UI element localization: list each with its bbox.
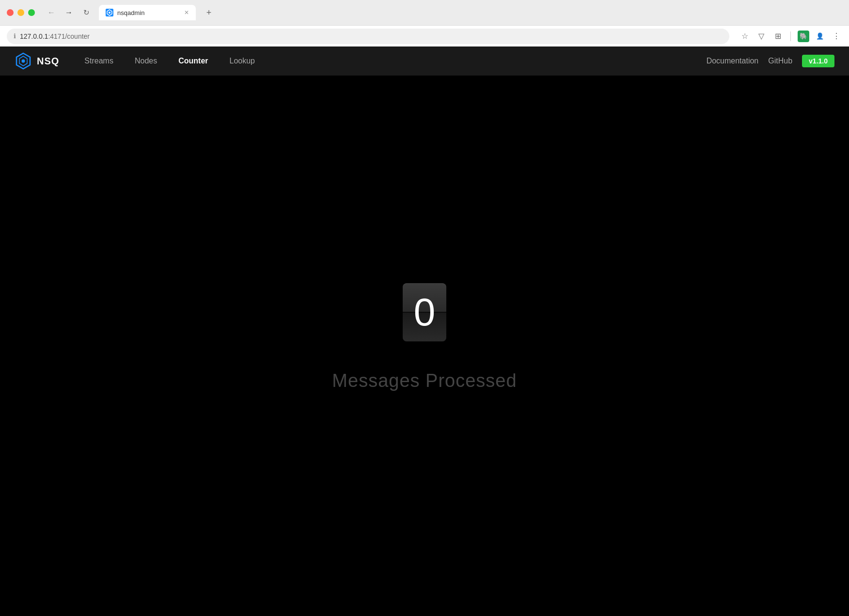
tab-close-button[interactable]: ✕	[184, 9, 189, 16]
extension-icon-2[interactable]: ⊞	[772, 31, 784, 42]
close-dot[interactable]	[7, 9, 14, 16]
address-bar[interactable]: ℹ 127.0.0.1:4171/counter	[7, 29, 729, 44]
browser-actions: ☆ ▽ ⊞ 🐘 👤 ⋮	[739, 31, 842, 42]
refresh-button[interactable]: ↻	[79, 6, 93, 19]
tab-title: nsqadmin	[117, 9, 144, 16]
nav-item-streams[interactable]: Streams	[74, 53, 124, 69]
user-extension-icon[interactable]: 👤	[814, 31, 826, 42]
tab-favicon	[106, 9, 113, 16]
browser-nav: ← → ↻	[45, 6, 93, 19]
nav-link-github[interactable]: GitHub	[768, 57, 792, 65]
svg-point-3	[22, 60, 25, 63]
nav-items: Streams Nodes Counter Lookup	[74, 53, 706, 69]
address-path: :4171/counter	[48, 32, 90, 40]
messages-processed-label: Messages Processed	[332, 370, 517, 391]
counter-display: 0	[402, 283, 447, 341]
address-text: 127.0.0.1:4171/counter	[20, 32, 90, 40]
nav-item-counter[interactable]: Counter	[168, 53, 219, 69]
minimize-dot[interactable]	[17, 9, 24, 16]
nav-link-documentation[interactable]: Documentation	[707, 57, 759, 65]
browser-dots	[7, 9, 35, 16]
forward-button[interactable]: →	[62, 6, 76, 19]
nsq-logo-icon	[15, 52, 32, 70]
browser-chrome: ← → ↻ nsqadmin ✕ + ℹ 127.0.0.1:4171/coun…	[0, 0, 849, 46]
app-navbar: NSQ Streams Nodes Counter Lookup Documen…	[0, 46, 849, 76]
flip-digit-0: 0	[403, 283, 446, 341]
menu-icon[interactable]: ⋮	[831, 31, 842, 42]
info-icon: ℹ	[14, 32, 16, 40]
nav-item-lookup[interactable]: Lookup	[219, 53, 266, 69]
bookmark-icon[interactable]: ☆	[739, 31, 751, 42]
new-tab-button[interactable]: +	[202, 5, 216, 20]
back-button[interactable]: ←	[45, 6, 58, 19]
app-logo-text: NSQ	[37, 56, 59, 67]
extension-icon-1[interactable]: ▽	[755, 31, 767, 42]
browser-titlebar: ← → ↻ nsqadmin ✕ +	[0, 0, 849, 25]
nav-item-nodes[interactable]: Nodes	[124, 53, 168, 69]
main-content: 0 Messages Processed	[0, 76, 849, 599]
nav-right: Documentation GitHub v1.1.0	[707, 55, 834, 67]
app-logo[interactable]: NSQ	[15, 52, 59, 70]
address-bar-row: ℹ 127.0.0.1:4171/counter ☆ ▽ ⊞ 🐘 👤 ⋮	[0, 25, 849, 46]
maximize-dot[interactable]	[28, 9, 35, 16]
toolbar-divider	[790, 31, 791, 41]
evernote-extension-icon[interactable]: 🐘	[798, 31, 809, 42]
browser-tab[interactable]: nsqadmin ✕	[99, 5, 196, 20]
version-badge: v1.1.0	[802, 55, 834, 67]
svg-point-1	[109, 12, 110, 14]
counter-value: 0	[414, 293, 436, 332]
address-host: 127.0.0.1	[20, 32, 48, 40]
